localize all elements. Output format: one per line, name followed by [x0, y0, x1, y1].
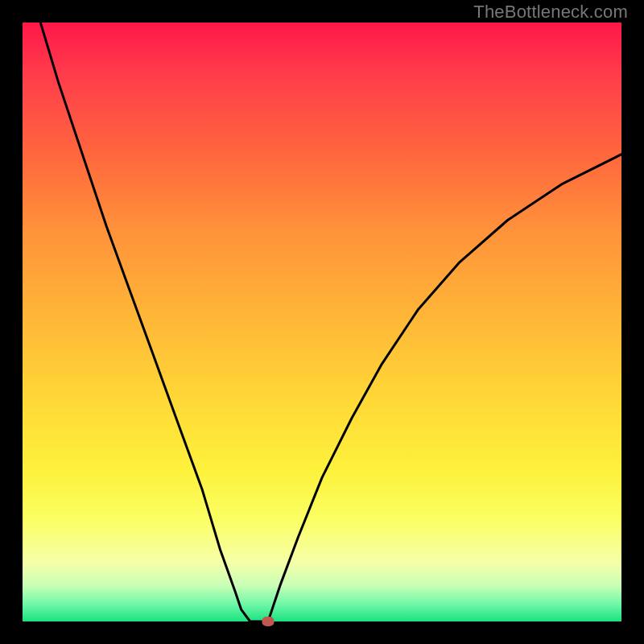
plot-area [23, 23, 621, 621]
bottleneck-curve [23, 23, 621, 621]
curve-path [40, 23, 621, 621]
chart-frame: TheBottleneck.com [0, 0, 644, 644]
watermark-text: TheBottleneck.com [473, 2, 628, 23]
minimum-marker [262, 617, 275, 626]
